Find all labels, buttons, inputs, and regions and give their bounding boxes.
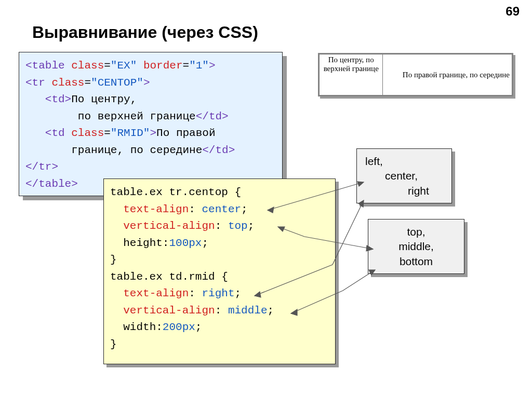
example-cell-centop: По центру, по верхней границе <box>320 54 383 95</box>
page-number: 69 <box>506 4 520 19</box>
text-align-values-box: left, center, right <box>356 148 452 203</box>
html-code: <table class="EX" border="1"> <tr class=… <box>19 52 282 199</box>
css-code-panel: table.ex tr.centop { text-align: center;… <box>103 179 336 364</box>
example-cell-rmid: По правой границе, по середине <box>383 54 512 95</box>
vertical-align-values-box: top, middle, bottom <box>368 219 464 274</box>
html-code-panel: <table class="EX" border="1"> <tr class=… <box>19 52 283 196</box>
example-output: По центру, по верхней границе По правой … <box>318 53 513 97</box>
page-title: Выравнивание (через CSS) <box>32 23 258 42</box>
css-code: table.ex tr.centop { text-align: center;… <box>104 179 335 359</box>
